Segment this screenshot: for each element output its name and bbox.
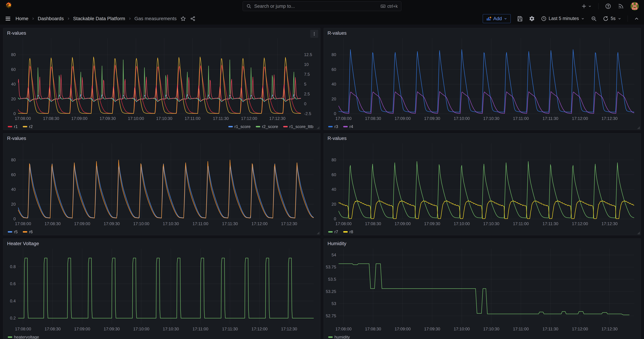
svg-text:-2.5: -2.5 xyxy=(304,111,311,116)
chart-r-values-1[interactable]: 80604020012.5107.552.50-2.517:08:0017:08… xyxy=(3,36,320,122)
chevron-down-icon xyxy=(588,4,592,8)
svg-text:17:12:30: 17:12:30 xyxy=(602,116,618,121)
panel-resize-handle[interactable] xyxy=(317,232,320,234)
panel-title[interactable]: Humidity xyxy=(328,241,346,246)
legend-group: r1_scorer2_scorer1_score_lttb xyxy=(228,124,316,129)
legend-item-heatervoltage[interactable]: heatervoltage xyxy=(8,335,39,339)
svg-text:80: 80 xyxy=(11,158,16,162)
panel-resize-handle[interactable] xyxy=(637,232,640,234)
legend-group: r5r6 xyxy=(8,230,33,234)
svg-text:53.5: 53.5 xyxy=(328,277,336,282)
save-icon[interactable] xyxy=(517,16,523,22)
avatar[interactable] xyxy=(630,2,639,10)
legend-item-r2_score[interactable]: r2_score xyxy=(256,124,278,129)
svg-text:17:11:00: 17:11:00 xyxy=(513,116,529,121)
legend-item-r3[interactable]: r3 xyxy=(328,124,338,129)
refresh-picker[interactable]: 5s xyxy=(603,16,622,22)
svg-text:17:08:30: 17:08:30 xyxy=(43,116,59,121)
legend-item-humidity[interactable]: humidity xyxy=(328,335,350,339)
svg-text:17:10:30: 17:10:30 xyxy=(163,326,179,331)
panel-resize-handle[interactable] xyxy=(637,126,640,129)
svg-text:5: 5 xyxy=(304,82,306,86)
breadcrumb-dashboards[interactable]: Dashboards xyxy=(38,16,64,22)
legend-swatch xyxy=(8,336,12,338)
breadcrumb-home[interactable]: Home xyxy=(16,16,28,22)
chevron-down-icon xyxy=(504,17,508,20)
news-button[interactable] xyxy=(618,3,624,9)
legend-item-r8[interactable]: r8 xyxy=(343,230,353,234)
add-panel-icon xyxy=(486,16,492,22)
time-range-picker[interactable]: Last 5 minutes xyxy=(541,16,585,22)
help-button[interactable] xyxy=(605,3,611,9)
panel-title[interactable]: R-values xyxy=(328,30,346,36)
refresh-icon xyxy=(603,16,608,22)
svg-text:17:12:30: 17:12:30 xyxy=(281,221,297,226)
legend-swatch xyxy=(8,231,12,232)
svg-text:0: 0 xyxy=(14,111,16,116)
panel-menu-button[interactable] xyxy=(310,30,318,38)
grafana-logo-icon[interactable] xyxy=(4,2,13,11)
legend: humidity xyxy=(324,333,641,339)
legend-item-r1_score_lttb[interactable]: r1_score_lttb xyxy=(283,124,314,129)
search-input[interactable]: Search or jump to... ctrl+k xyxy=(243,2,401,11)
svg-text:20: 20 xyxy=(332,202,336,206)
svg-text:17:10:00: 17:10:00 xyxy=(128,116,144,121)
chart-heater-voltage[interactable]: 0.80.60.40.217:08:0017:08:3017:09:0017:0… xyxy=(3,247,320,332)
svg-text:17:09:00: 17:09:00 xyxy=(394,116,411,121)
grafana-app: Search or jump to... ctrl+k xyxy=(0,0,644,339)
legend-item-r4[interactable]: r4 xyxy=(343,124,353,129)
svg-text:0.4: 0.4 xyxy=(10,299,16,303)
svg-text:17:09:30: 17:09:30 xyxy=(424,221,440,226)
svg-text:17:11:30: 17:11:30 xyxy=(222,221,238,226)
breadcrumb-folder[interactable]: Stackable Data Platform xyxy=(73,16,125,22)
svg-text:17:12:00: 17:12:00 xyxy=(252,326,268,331)
legend-item-r1_score[interactable]: r1_score xyxy=(228,124,250,129)
chart-r-values-3[interactable]: 80604020017:08:0017:08:3017:09:0017:09:3… xyxy=(3,142,320,227)
panel-title[interactable]: R-values xyxy=(7,136,26,141)
legend-item-r6[interactable]: r6 xyxy=(23,230,32,234)
zoom-out-icon[interactable] xyxy=(591,16,597,22)
chart-humidity[interactable]: 5453.7553.553.255352.7517:08:0017:08:301… xyxy=(324,247,641,332)
svg-text:17:08:00: 17:08:00 xyxy=(336,116,352,121)
legend-item-r2[interactable]: r2 xyxy=(23,124,32,129)
svg-text:40: 40 xyxy=(332,82,336,86)
legend-item-r1[interactable]: r1 xyxy=(8,124,18,129)
svg-text:17:08:00: 17:08:00 xyxy=(15,221,31,226)
svg-text:60: 60 xyxy=(332,67,336,72)
svg-text:17:10:00: 17:10:00 xyxy=(133,221,149,226)
chevron-up-icon[interactable] xyxy=(634,16,639,21)
legend-label: r6 xyxy=(29,230,32,234)
panel-title[interactable]: R-values xyxy=(328,136,346,141)
chart-r-values-4[interactable]: 80604020017:08:0017:08:3017:09:0017:09:3… xyxy=(324,142,641,227)
svg-text:17:08:30: 17:08:30 xyxy=(44,326,60,331)
menu-icon[interactable] xyxy=(5,16,11,22)
svg-text:17:11:30: 17:11:30 xyxy=(542,221,558,226)
legend-item-r7[interactable]: r7 xyxy=(328,230,338,234)
help-icon xyxy=(605,3,611,9)
keyboard-icon xyxy=(380,4,386,9)
new-button[interactable] xyxy=(581,3,592,9)
add-button[interactable]: Add xyxy=(483,14,511,23)
svg-text:17:12:30: 17:12:30 xyxy=(270,116,286,121)
chart-r-values-2[interactable]: 80604020017:08:0017:08:3017:09:0017:09:3… xyxy=(324,36,641,122)
panel-title[interactable]: R-values xyxy=(7,30,26,36)
panel-resize-handle[interactable] xyxy=(317,126,320,129)
svg-text:17:09:30: 17:09:30 xyxy=(104,221,120,226)
panel-title[interactable]: Heater Voltage xyxy=(7,241,39,246)
svg-text:53.25: 53.25 xyxy=(326,289,336,294)
clock-icon xyxy=(541,16,546,22)
svg-text:17:12:30: 17:12:30 xyxy=(602,326,618,331)
svg-text:17:09:30: 17:09:30 xyxy=(104,326,120,331)
breadcrumb-chevron-icon xyxy=(66,17,70,20)
toolbar-divider xyxy=(628,16,628,22)
legend: r5r6 xyxy=(3,228,320,235)
svg-text:17:11:00: 17:11:00 xyxy=(192,326,208,331)
svg-text:17:12:00: 17:12:00 xyxy=(572,116,588,121)
legend-item-r5[interactable]: r5 xyxy=(8,230,18,234)
svg-text:17:08:00: 17:08:00 xyxy=(15,116,31,121)
star-icon[interactable] xyxy=(180,16,186,22)
svg-text:0: 0 xyxy=(334,111,336,116)
share-icon[interactable] xyxy=(190,16,196,22)
svg-text:17:10:30: 17:10:30 xyxy=(156,116,172,121)
gear-icon[interactable] xyxy=(529,16,535,22)
